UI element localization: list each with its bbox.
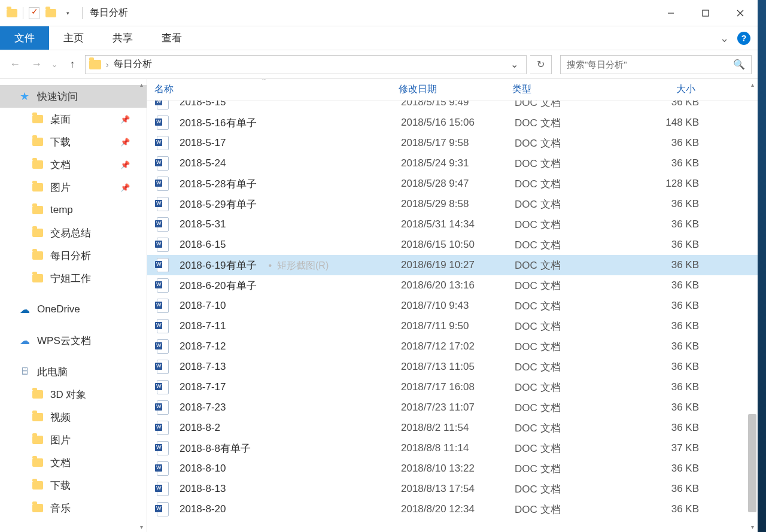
sidebar-onedrive[interactable]: ☁ OneDrive xyxy=(0,298,147,321)
scroll-down-icon[interactable]: ▾ xyxy=(747,521,758,532)
file-size: 36 KB xyxy=(627,422,699,434)
file-row[interactable]: 2018-7-12 2018/7/12 17:02 DOC 文档 36 KB xyxy=(147,336,758,357)
file-row[interactable]: 2018-8-13 2018/8/13 17:54 DOC 文档 36 KB xyxy=(147,479,758,499)
ribbon-collapse-icon[interactable]: ⌄ xyxy=(720,32,729,45)
sidebar-quick-item[interactable]: 文档 📌 xyxy=(0,153,147,176)
file-date: 2018/6/20 13:16 xyxy=(401,279,515,291)
sidebar-pc-item[interactable]: 文档 xyxy=(0,451,147,474)
file-name: 2018-8-8有单子 xyxy=(180,442,401,455)
file-row[interactable]: 2018-5-16有单子 2018/5/16 15:06 DOC 文档 148 … xyxy=(147,113,758,133)
ribbon-tab-file[interactable]: 文件 xyxy=(0,26,49,50)
file-row[interactable]: 2018-8-8有单子 2018/8/8 11:14 DOC 文档 37 KB xyxy=(147,438,758,458)
breadcrumb-current[interactable]: 每日分析 xyxy=(114,58,152,71)
sidebar-pc-item[interactable]: 3D 对象 xyxy=(0,383,147,406)
doc-icon xyxy=(157,258,171,272)
sidebar-pc-item[interactable]: 音乐 xyxy=(0,497,147,519)
file-row[interactable]: 2018-8-20 2018/8/20 12:34 DOC 文档 36 KB xyxy=(147,499,758,519)
file-row[interactable]: 2018-8-10 2018/8/10 13:22 DOC 文档 36 KB xyxy=(147,458,758,479)
sidebar-quick-item[interactable]: 宁姐工作 xyxy=(0,267,147,290)
file-row[interactable]: 2018-5-17 2018/5/17 9:58 DOC 文档 36 KB xyxy=(147,133,758,153)
file-name: 2018-5-16有单子 xyxy=(180,116,401,130)
col-type[interactable]: 类型 xyxy=(512,83,625,96)
file-row[interactable]: 2018-7-13 2018/7/13 11:05 DOC 文档 36 KB xyxy=(147,357,758,377)
file-row[interactable]: 2018-7-11 2018/7/11 9:50 DOC 文档 36 KB xyxy=(147,316,758,336)
file-type: DOC 文档 xyxy=(515,442,627,455)
wps-icon: ☁ xyxy=(18,335,31,346)
file-row[interactable]: 2018-6-20有单子 2018/6/20 13:16 DOC 文档 36 K… xyxy=(147,275,758,296)
file-row[interactable]: 2018-8-2 2018/8/2 11:54 DOC 文档 36 KB xyxy=(147,418,758,438)
address-bar[interactable]: › 每日分析 ⌄ xyxy=(85,55,527,74)
search-box[interactable]: 🔍 xyxy=(560,55,752,74)
sidebar-quick-item[interactable]: 交易总结 xyxy=(0,221,147,244)
file-row[interactable]: 2018-7-17 2018/7/17 16:08 DOC 文档 36 KB xyxy=(147,377,758,397)
ribbon-tab-share[interactable]: 共享 xyxy=(98,26,147,50)
nav-recent-button[interactable]: ⌄ xyxy=(49,56,60,74)
file-size: 36 KB xyxy=(627,259,699,271)
file-row[interactable]: 2018-5-29有单子 2018/5/29 8:58 DOC 文档 36 KB xyxy=(147,194,758,214)
sidebar-pc-item[interactable]: 下载 xyxy=(0,474,147,497)
file-row[interactable]: 2018-6-15 2018/6/15 10:50 DOC 文档 36 KB xyxy=(147,235,758,255)
sidebar-quick-access[interactable]: ★ 快速访问 xyxy=(0,85,147,108)
file-size: 36 KB xyxy=(627,381,699,393)
sidebar-quick-item[interactable]: 下载 📌 xyxy=(0,130,147,153)
sidebar-thispc[interactable]: 🖥 此电脑 xyxy=(0,360,147,383)
scroll-up-icon[interactable]: ▴ xyxy=(747,79,758,90)
sidebar-quick-item[interactable]: 图片 📌 xyxy=(0,176,147,199)
maximize-button[interactable] xyxy=(688,0,723,26)
file-row[interactable]: 2018-7-10 2018/7/10 9:43 DOC 文档 36 KB xyxy=(147,296,758,316)
file-name: 2018-5-28有单子 xyxy=(180,177,401,191)
file-list: ⌃ 名称 修改日期 类型 大小 2018-5-15 2018/5/15 9:49… xyxy=(147,79,758,532)
sidebar-wps[interactable]: ☁ WPS云文档 xyxy=(0,329,147,352)
ribbon-tab-home[interactable]: 主页 xyxy=(49,26,98,50)
nav-up-button[interactable]: ↑ xyxy=(63,56,81,74)
nav-forward-button[interactable]: → xyxy=(28,56,45,74)
file-row[interactable]: 2018-5-15 2018/5/15 9:49 DOC 文档 36 KB xyxy=(147,101,758,113)
sidebar-quick-item[interactable]: temp xyxy=(0,199,147,221)
qat-properties-icon[interactable] xyxy=(26,5,42,22)
sidebar-item-label: 音乐 xyxy=(50,501,71,515)
file-size: 36 KB xyxy=(627,218,699,230)
address-dropdown-icon[interactable]: ⌄ xyxy=(506,59,522,70)
doc-icon xyxy=(157,115,171,130)
doc-icon xyxy=(157,421,171,435)
help-button[interactable]: ? xyxy=(737,32,750,45)
file-row[interactable]: 2018-7-23 2018/7/23 11:07 DOC 文档 36 KB xyxy=(147,397,758,418)
qat-customize-icon[interactable]: ▾ xyxy=(59,5,76,22)
file-size: 36 KB xyxy=(627,361,699,373)
sidebar-item-label: 宁姐工作 xyxy=(50,272,91,285)
scroll-thumb[interactable] xyxy=(748,414,756,512)
sidebar-scrollbar[interactable]: ▴ ▾ xyxy=(136,79,147,532)
column-headers: ⌃ 名称 修改日期 类型 大小 xyxy=(147,79,758,101)
file-row[interactable]: 2018-5-31 2018/5/31 14:34 DOC 文档 36 KB xyxy=(147,214,758,235)
sidebar-pc-item[interactable]: 图片 xyxy=(0,428,147,451)
scroll-down-icon[interactable]: ▾ xyxy=(136,521,147,532)
scroll-up-icon[interactable]: ▴ xyxy=(136,79,147,90)
navbar: ← → ⌄ ↑ › 每日分析 ⌄ ↻ 🔍 xyxy=(0,50,758,79)
close-button[interactable] xyxy=(723,0,758,26)
file-row[interactable]: 2018-6-19有单子• 矩形截图(R) 2018/6/19 10:27 DO… xyxy=(147,255,758,275)
col-date[interactable]: 修改日期 xyxy=(399,83,512,96)
col-name[interactable]: 名称 xyxy=(154,83,399,96)
refresh-button[interactable]: ↻ xyxy=(530,55,552,74)
qat-folder2-icon[interactable] xyxy=(42,5,59,22)
main-scrollbar[interactable]: ▴ ▾ xyxy=(747,79,758,532)
nav-back-button[interactable]: ← xyxy=(6,56,24,74)
sidebar-quick-item[interactable]: 每日分析 xyxy=(0,244,147,267)
sidebar-quick-item[interactable]: 桌面 📌 xyxy=(0,108,147,130)
file-type: DOC 文档 xyxy=(515,503,627,516)
qat-folder-icon[interactable] xyxy=(4,5,20,22)
file-name: 2018-6-19有单子• 矩形截图(R) xyxy=(180,259,401,272)
file-name: 2018-5-31 xyxy=(180,218,401,230)
col-size[interactable]: 大小 xyxy=(625,83,704,96)
search-input[interactable] xyxy=(567,59,733,69)
ribbon-tab-view[interactable]: 查看 xyxy=(147,26,196,50)
doc-icon xyxy=(157,136,171,150)
folder-icon xyxy=(31,182,44,193)
file-row[interactable]: 2018-5-28有单子 2018/5/28 9:47 DOC 文档 128 K… xyxy=(147,174,758,194)
minimize-button[interactable] xyxy=(653,0,688,26)
file-size: 36 KB xyxy=(627,503,699,515)
file-row[interactable]: 2018-5-24 2018/5/24 9:31 DOC 文档 36 KB xyxy=(147,153,758,174)
search-icon[interactable]: 🔍 xyxy=(733,59,745,70)
sidebar-pc-item[interactable]: 视频 xyxy=(0,406,147,428)
sidebar-item-label: 图片 xyxy=(50,181,71,194)
